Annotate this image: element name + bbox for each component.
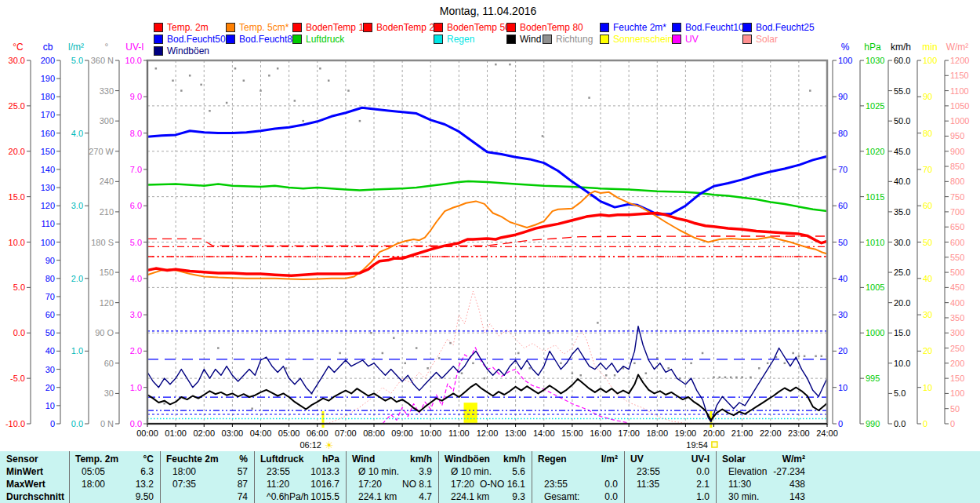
axis-label: -5.0 <box>10 374 25 383</box>
axis-label: 1200 <box>950 56 969 65</box>
axis-label: 8.0 <box>130 129 142 138</box>
axis-temp: 30.025.020.015.010.05.00.0-5.0-10.0°C <box>5 42 31 428</box>
axis-label: 4.0 <box>130 274 142 283</box>
series-windboeen <box>147 326 827 422</box>
axis-label: 5.0 <box>894 388 906 398</box>
axis-label: 15.0 <box>9 192 25 202</box>
axis-label: 10.0 <box>9 238 25 247</box>
axis-label: 750 <box>950 192 964 202</box>
sunset-icon <box>712 442 717 447</box>
direction-dot <box>359 120 361 122</box>
axis-label: 70 <box>923 165 932 174</box>
axis-label: 60.0 <box>894 56 910 65</box>
axis-label: km/h <box>891 42 911 53</box>
direction-dot <box>597 322 599 324</box>
direction-dot <box>509 64 511 66</box>
axis-label: 100 <box>838 56 852 65</box>
direction-dot <box>200 84 202 86</box>
axis-label: 100 <box>950 388 964 398</box>
direction-dot <box>426 367 429 370</box>
axis-label: ° <box>105 42 109 53</box>
table-group-unit: km/h <box>438 454 525 465</box>
axis-label: 200 <box>950 359 964 368</box>
axis-label: 50 <box>923 238 932 247</box>
table-value-cell: -27.234 <box>716 466 805 478</box>
axis-label: 7.0 <box>130 165 142 174</box>
table-row-label: Sensor <box>6 454 38 465</box>
table-group-unit: l/m² <box>532 454 618 465</box>
axis-label: 300 <box>100 116 114 126</box>
axis-label: 0.0 <box>130 419 142 428</box>
axis-pct: 1009080706050403020100% <box>833 42 852 428</box>
axis-label: 11:00 <box>448 428 470 438</box>
direction-dot <box>798 355 800 358</box>
table-value-cell: 0.0 <box>532 491 618 503</box>
direction-dot <box>461 372 463 374</box>
axis-label: 0 <box>950 419 955 428</box>
table-row-label: Durchschnitt <box>6 491 64 503</box>
axis-label: % <box>841 42 850 53</box>
axis-label: 15:00 <box>561 428 583 438</box>
series-solar <box>323 291 711 424</box>
axis-label: 30 <box>45 365 55 374</box>
axis-label: 0 <box>50 419 55 428</box>
direction-dot <box>730 377 732 379</box>
axis-label: 10.0 <box>125 56 142 65</box>
axis-label: 1020 <box>866 147 884 156</box>
axis-label: 40 <box>838 274 848 283</box>
axis-label: 5.0 <box>13 282 25 292</box>
axis-label: min <box>922 42 937 53</box>
axis-label: 1.0 <box>71 346 83 355</box>
direction-dot <box>633 363 636 365</box>
axis-label: 180 <box>41 92 55 101</box>
axis-label: 140 <box>41 165 55 174</box>
axis-label: 90 O <box>95 328 114 337</box>
direction-dot <box>382 352 384 355</box>
table-value-cell: 1.0 <box>624 491 710 503</box>
direction-dot <box>370 332 372 334</box>
axis-label: hPa <box>864 42 881 53</box>
table-value-cell: 2.1 <box>624 479 710 490</box>
axis-label: 550 <box>950 253 964 262</box>
direction-dot <box>758 367 760 370</box>
axis-label: 24:00 <box>816 428 838 438</box>
direction-dot <box>614 374 616 377</box>
direction-dot <box>718 377 720 379</box>
table-value-cell: 0.0 <box>532 479 618 490</box>
axis-label: 2.0 <box>71 274 83 283</box>
direction-dot <box>702 352 704 355</box>
axis-label: 10.0 <box>894 359 910 368</box>
axis-label: 14:00 <box>533 428 555 438</box>
axis-label: cb <box>43 42 53 53</box>
direction-dot <box>155 67 158 70</box>
axis-label: 0 <box>923 419 927 428</box>
axis-kmh: 60.055.050.045.040.035.030.025.020.015.0… <box>888 42 911 428</box>
direction-dot <box>416 347 418 349</box>
axis-label: °C <box>13 42 24 53</box>
axis-dir: 360 N330300270 W240210180 S15012090 O603… <box>89 42 119 428</box>
axis-label: 30.0 <box>9 56 25 65</box>
direction-dot <box>815 355 817 358</box>
axis-label: 9.0 <box>130 92 142 101</box>
axis-label: 150 <box>950 374 964 383</box>
axis-label: 30.0 <box>894 238 910 247</box>
direction-dot <box>251 407 253 410</box>
axis-label: 100 <box>41 238 55 247</box>
direction-dot <box>735 377 738 379</box>
table-group-unit: UV-I <box>624 454 710 465</box>
axis-label: 13:00 <box>505 428 527 438</box>
axis-label: 50.0 <box>894 116 910 126</box>
direction-dot <box>667 367 670 370</box>
axis-label: 0 N <box>100 419 114 428</box>
table-group-unit: °C <box>69 454 154 465</box>
axis-label: 70 <box>45 292 55 301</box>
direction-dot <box>784 363 786 365</box>
axis-label: 120 <box>100 298 114 308</box>
stats-table: SensorMinWertMaxWertDurchschnittTemp. 2m… <box>0 451 980 503</box>
direction-dot <box>234 67 237 70</box>
axis-label: 20.0 <box>9 147 25 156</box>
direction-dot <box>750 377 752 379</box>
axis-label: 06:12 <box>299 440 321 450</box>
axis-label: 1025 <box>866 101 884 111</box>
axis-label: 130 <box>41 183 55 192</box>
